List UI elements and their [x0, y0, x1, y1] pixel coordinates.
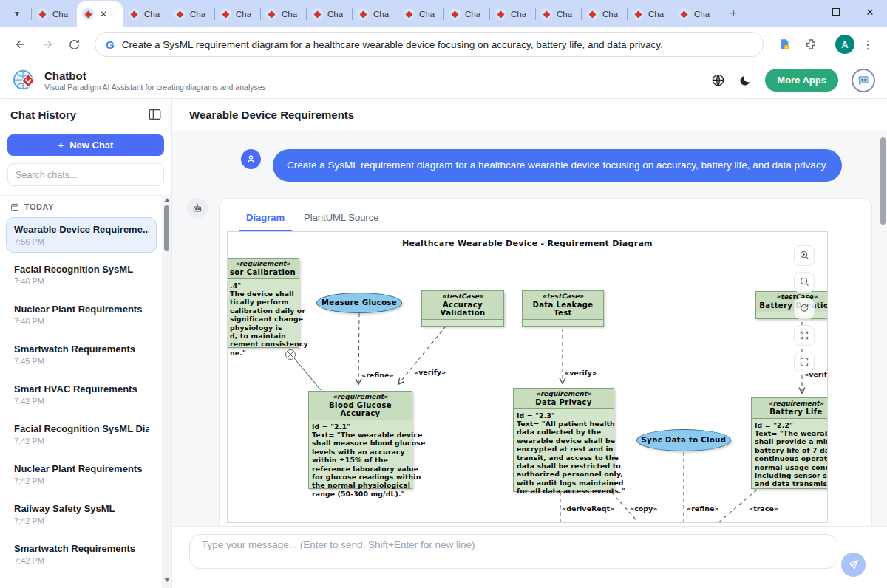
browser-tab[interactable]: Cha ✕ — [260, 1, 306, 27]
browser-tab[interactable]: Cha ✕ — [581, 1, 627, 27]
chat-history-item[interactable]: Smart HVAC Requirements 7:42 PM — [6, 377, 157, 412]
browser-tab[interactable]: Cha ✕ — [77, 1, 123, 27]
chat-history-item[interactable]: Railway Safety SysML 7:42 PM — [6, 496, 157, 532]
testcase-battery-duration[interactable]: «testCase» Battery Duration — [755, 291, 828, 319]
close-button[interactable]: ✕ — [853, 0, 887, 24]
testcase-data-leakage-test[interactable]: «testCase» Data Leakage Test — [522, 290, 604, 327]
edge-label-copy: «copy» — [630, 505, 657, 513]
reload-icon[interactable] — [62, 33, 86, 56]
browser-tab[interactable]: Cha ✕ — [673, 1, 718, 27]
vp-favicon-icon — [36, 8, 48, 20]
forward-icon[interactable] — [35, 33, 59, 56]
vp-favicon-icon — [265, 8, 277, 20]
vp-favicon-icon — [540, 8, 552, 20]
scrollbar-thumb[interactable] — [164, 205, 169, 251]
chat-area: Create a SysML requirement diagram for a… — [172, 131, 887, 526]
chatbot-bubble-icon[interactable] — [852, 69, 875, 92]
chat-history-item[interactable]: Wearable Device Requireme... 7:56 PM — [6, 217, 157, 253]
zoom-in-button[interactable] — [794, 245, 815, 266]
edge-label-verify: «verify» — [414, 368, 446, 376]
collapse-panel-icon[interactable] — [149, 109, 161, 120]
tab-plantuml-source[interactable]: PlantUML Source — [296, 209, 386, 231]
address-bar[interactable]: G Create a SysML requirement diagram for… — [95, 32, 764, 57]
usecase-measure-glucose[interactable]: Measure Glucose — [316, 293, 402, 313]
fit-screen-button[interactable] — [794, 352, 815, 372]
edge-label-trace: «trace» — [749, 505, 778, 513]
browser-tab[interactable]: Cha ✕ — [535, 1, 581, 27]
requirement-blood-glucose-accuracy[interactable]: «requirement» Blood Glucose Accuracy Id … — [308, 391, 412, 489]
send-button[interactable] — [841, 553, 866, 577]
browser-tab[interactable]: Cha ✕ — [214, 1, 260, 27]
diagram-canvas[interactable]: Healthcare Wearable Device - Requirement… — [227, 231, 828, 523]
browser-menu-icon[interactable]: ⋮ — [857, 38, 878, 52]
page-title: Wearable Device Requirements — [189, 109, 354, 121]
response-card: Diagram PlantUML Source Healthcare Weara… — [219, 198, 872, 526]
app-header: Chatbot Visual Paradigm AI Assistant for… — [0, 62, 887, 99]
dark-mode-moon-icon[interactable] — [738, 74, 752, 87]
chat-history-item[interactable]: Facial Recognition SysML 7:46 PM — [6, 257, 157, 293]
tab-search-button[interactable]: ▾ — [6, 3, 28, 24]
vp-favicon-icon — [632, 8, 644, 20]
save-page-icon[interactable] — [772, 33, 796, 56]
user-avatar — [241, 149, 261, 169]
browser-tab[interactable]: Cha ✕ — [169, 1, 214, 27]
requirement-battery-life[interactable]: «requirement» Battery Life Id = "2.2"Tex… — [751, 397, 828, 489]
chat-history-sidebar: Chat History + New Chat TODAY Wearable D… — [0, 99, 172, 588]
profile-avatar[interactable]: A — [835, 35, 854, 54]
vp-favicon-icon — [678, 8, 690, 20]
edge-label-derivereqt: «deriveReqt» — [562, 505, 614, 513]
browser-tab[interactable]: Cha ✕ — [444, 1, 489, 27]
edge-label-refine: «refine» — [361, 371, 394, 379]
vp-favicon-icon — [174, 8, 186, 20]
vp-favicon-icon — [82, 8, 94, 20]
expand-button[interactable] — [794, 325, 815, 346]
scroll-down-icon[interactable] — [164, 578, 170, 582]
language-globe-icon[interactable] — [711, 73, 725, 87]
browser-tab[interactable]: Cha ✕ — [306, 1, 352, 27]
usecase-sync-data-to-cloud[interactable]: Sync Data to Cloud — [636, 429, 731, 451]
reset-zoom-button[interactable] — [794, 298, 815, 319]
chat-history-item[interactable]: Smartwatch Requirements 7:45 PM — [6, 337, 157, 372]
edge-label-refine: «refine» — [687, 505, 719, 513]
sidebar-title: Chat History — [10, 109, 76, 121]
new-tab-button[interactable]: + — [723, 3, 744, 24]
maximize-button[interactable] — [819, 0, 853, 24]
new-chat-button[interactable]: + New Chat — [7, 134, 164, 156]
user-message-bubble: Create a SysML requirement diagram for a… — [273, 149, 842, 182]
requirement-sensor-calibration[interactable]: «requirement» sor Calibration .4"The dev… — [227, 258, 299, 348]
tab-diagram[interactable]: Diagram — [239, 209, 292, 231]
chat-scrollbar-thumb[interactable] — [880, 137, 886, 225]
chat-history-item[interactable]: Nuclear Plant Requirements 7:46 PM — [6, 297, 157, 332]
browser-tab[interactable]: Cha ✕ — [489, 1, 535, 27]
scroll-up-icon[interactable] — [164, 198, 170, 202]
chat-history-item[interactable]: Facial Recognition SysML Dia... 7:42 PM — [6, 417, 157, 452]
browser-tab[interactable]: Cha ✕ — [398, 1, 444, 27]
extensions-icon[interactable] — [799, 33, 823, 56]
search-chats-input[interactable] — [7, 163, 164, 186]
minimize-button[interactable]: — — [785, 0, 819, 24]
zoom-out-button[interactable] — [794, 272, 815, 293]
calendar-icon — [10, 202, 19, 211]
close-tab-icon[interactable]: ✕ — [100, 9, 107, 19]
browser-tab[interactable]: Cha ✕ — [31, 1, 77, 27]
vp-favicon-icon — [403, 8, 415, 20]
browser-tab[interactable]: Cha ✕ — [627, 1, 673, 27]
composer — [172, 526, 887, 588]
testcase-accuracy-validation[interactable]: «testCase» Accuracy Validation — [421, 290, 504, 327]
back-icon[interactable] — [9, 33, 33, 56]
vp-favicon-icon — [495, 8, 506, 20]
sidebar-scrollbar[interactable] — [162, 195, 171, 588]
chat-history-item[interactable]: Nuclear Plant Requirements 7:42 PM — [6, 457, 157, 492]
browser-tab[interactable]: Cha ✕ — [123, 1, 169, 27]
app-subtitle: Visual Paradigm AI Assistant for creatin… — [44, 83, 266, 92]
browser-tab[interactable]: Cha ✕ — [352, 1, 398, 27]
vp-favicon-icon — [449, 8, 461, 20]
message-input[interactable] — [189, 534, 837, 569]
vp-favicon-icon — [220, 8, 231, 20]
chat-history-item[interactable]: Smartwatch Requirements 7:42 PM — [6, 536, 157, 572]
more-apps-button[interactable]: More Apps — [765, 69, 838, 92]
visual-paradigm-logo-icon — [12, 68, 37, 93]
browser-toolbar: G Create a SysML requirement diagram for… — [0, 27, 887, 62]
requirement-data-privacy[interactable]: «requirement» Data Privacy Id = "2.3"Tex… — [513, 388, 614, 492]
stereotype: «requirement» — [228, 260, 297, 267]
